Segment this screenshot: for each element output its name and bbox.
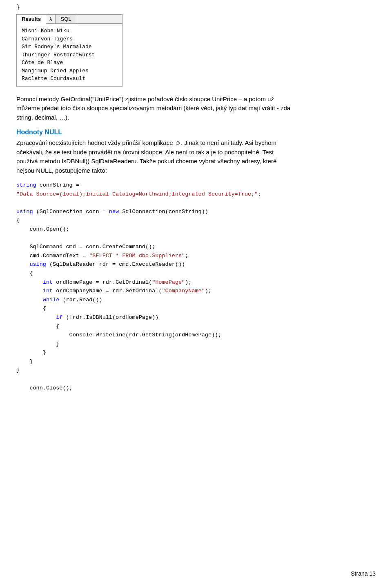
code-line-20: } bbox=[16, 348, 376, 357]
code-line-13: int ordCompanyName = rdr.GetOrdinal("Com… bbox=[16, 287, 376, 296]
paragraph-1: Pomocí metody GetOrdinal("UnitPrice") zj… bbox=[16, 95, 376, 122]
code-line-8: SqlCommand cmd = conn.CreateCommand(); bbox=[16, 242, 376, 251]
result-item: Mishi Kobe Niku bbox=[22, 27, 117, 35]
results-tabs: Results λ SQL bbox=[17, 15, 122, 24]
code-line-6: conn.Open(); bbox=[16, 225, 376, 234]
result-item: Carnarvon Tigers bbox=[22, 35, 117, 43]
section-heading-null: Hodnoty NULL bbox=[16, 129, 376, 136]
tab-lambda[interactable]: λ bbox=[46, 15, 56, 23]
code-line-18: Console.WriteLine(rdr.GetString(ordHomeP… bbox=[16, 331, 376, 340]
results-panel: Results λ SQL Mishi Kobe Niku Carnarvon … bbox=[16, 14, 122, 87]
code-line-2: "Data Source=(local);Initial Catalog=Nor… bbox=[16, 190, 376, 199]
result-item: Sir Rodney's Marmalade bbox=[22, 43, 117, 51]
code-line-16: if (!rdr.IsDBNull(ordHomePage)) bbox=[16, 313, 376, 322]
tab-results[interactable]: Results bbox=[17, 15, 46, 24]
code-line-9: cmd.CommandText = "SELECT * FROM dbo.Sup… bbox=[16, 251, 376, 260]
result-item: Thüringer Rostbratwurst bbox=[22, 51, 117, 59]
code-line-15: { bbox=[16, 304, 376, 313]
code-line-14: while (rdr.Read()) bbox=[16, 296, 376, 305]
code-line-24: conn.Close(); bbox=[16, 384, 376, 393]
page-container: } Results λ SQL Mishi Kobe Niku Carnarvo… bbox=[0, 0, 392, 585]
code-line-1: string connString = bbox=[16, 181, 376, 190]
code-line-7 bbox=[16, 234, 376, 243]
code-line-21: } bbox=[16, 357, 376, 366]
code-line-12: int ordHomePage = rdr.GetOrdinal("HomePa… bbox=[16, 278, 376, 287]
prev-closing-brace: } bbox=[16, 4, 376, 11]
result-item: Raclette Courdavault bbox=[22, 75, 117, 83]
result-item: Manjimup Dried Apples bbox=[22, 67, 117, 75]
page-number: Strana 13 bbox=[351, 570, 376, 577]
code-block: string connString = "Data Source=(local)… bbox=[16, 181, 376, 392]
code-line-4: using (SqlConnection conn = new SqlConne… bbox=[16, 207, 376, 216]
code-line-10: using (SqlDataReader rdr = cmd.ExecuteRe… bbox=[16, 260, 376, 269]
result-item: Côte de Blaye bbox=[22, 59, 117, 67]
code-line-17: { bbox=[16, 322, 376, 331]
results-content: Mishi Kobe Niku Carnarvon Tigers Sir Rod… bbox=[17, 24, 122, 86]
code-line-5: { bbox=[16, 216, 376, 225]
paragraph-2: Zpracování neexistujících hodnot vždy př… bbox=[16, 138, 376, 175]
code-line-11: { bbox=[16, 269, 376, 278]
code-line-3 bbox=[16, 198, 376, 207]
code-line-19: } bbox=[16, 340, 376, 349]
code-line-22: } bbox=[16, 366, 376, 375]
code-line-23 bbox=[16, 375, 376, 384]
tab-sql[interactable]: SQL bbox=[56, 15, 76, 23]
